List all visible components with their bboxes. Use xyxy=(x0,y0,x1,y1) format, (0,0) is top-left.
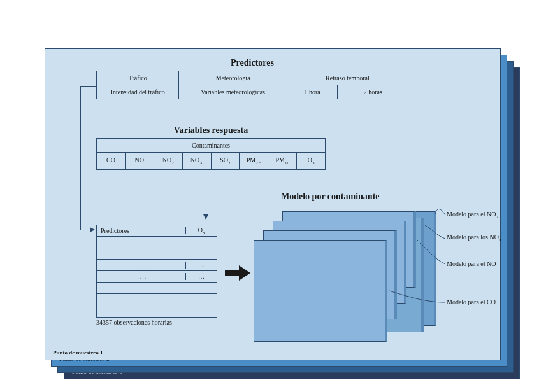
callout-co: Modelo para el CO xyxy=(447,298,504,306)
callout-connectors xyxy=(45,49,501,361)
callout-nox: Modelo para los NOX xyxy=(447,234,504,242)
callout-no2: Modelo para el NO2 xyxy=(447,211,504,220)
callout-no: Modelo para el NO xyxy=(447,260,504,268)
layer-sampling-point-1: Punto de muestreo 1 Predictores Tráfico … xyxy=(45,48,501,360)
